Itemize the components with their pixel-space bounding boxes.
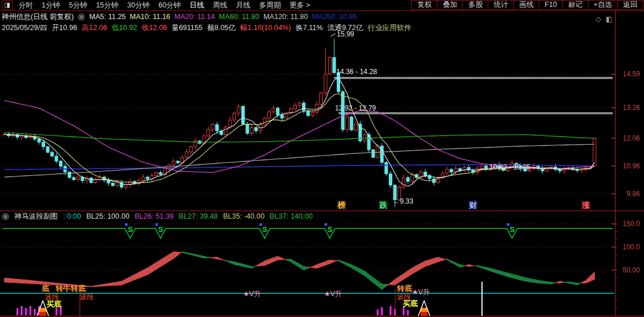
day-stat: 2025/05/29/四 [2, 24, 47, 32]
subchart-collapse-icon[interactable]: ∨ [2, 213, 9, 220]
indicator-value: BL26: 51.39 [135, 212, 174, 220]
ma-label: MA20: 11.14 [174, 13, 215, 21]
menu-item-1分钟[interactable]: 1分钟 [42, 1, 60, 10]
stock-info-row: 神州信息(日线 前复权)∨MA5: 11.25MA10: 11.16MA20: … [2, 12, 365, 21]
toolbar-button-标记[interactable]: 标记 [562, 0, 588, 10]
menu-item-分时[interactable]: 分时 [19, 1, 33, 10]
toolbar-button-返回[interactable]: 返回 [617, 0, 643, 10]
menu-item-5分钟[interactable]: 5分钟 [69, 1, 87, 10]
ma-label: MA250: 10.95 [312, 13, 357, 21]
collapse-chevron-icon[interactable]: ∨ [78, 13, 85, 21]
menu-item-月线[interactable]: 月线 [236, 1, 251, 10]
indicator-value: BL35: -40.00 [223, 212, 265, 220]
menu-item-30分钟[interactable]: 30分钟 [127, 1, 150, 10]
menu-item-更多 >[interactable]: 更多 > [289, 1, 310, 10]
menu-item-周线[interactable]: 周线 [213, 1, 227, 10]
indicator-value: : 0.00 [63, 212, 81, 220]
app-window: ◨ 分时1分钟5分钟15分钟30分钟60分钟日线周线月线多周期更多 > 复权叠加… [0, 0, 644, 317]
hot-ticker-财[interactable]: 财 [469, 201, 477, 209]
menu-item-日线[interactable]: 日线 [190, 1, 204, 10]
ma-label: MA60: 11.80 [219, 13, 259, 21]
day-stats-row: 2025/05/29/四开10.96高12.06低10.92收12.06量691… [2, 23, 416, 32]
day-stat: 幅1.10(10.04%) [240, 24, 291, 32]
chart-canvas[interactable] [0, 0, 644, 317]
subchart-header: ∨神马波段副图: 0.00BL25: 100.00BL26: 51.39BL27… [2, 212, 323, 220]
menu-item-15分钟[interactable]: 15分钟 [96, 1, 119, 10]
indicator-value: 神马波段副图 [14, 212, 58, 220]
day-stat: 量691155 [172, 24, 203, 32]
toolbar-button-叠加[interactable]: 叠加 [437, 0, 463, 10]
ma-label: MA5: 11.25 [89, 13, 126, 21]
hot-ticker-跌[interactable]: 跌 [379, 201, 388, 209]
layout-icon[interactable]: ◧ [606, 15, 612, 23]
hot-ticker-榜[interactable]: 榜 [337, 201, 346, 209]
toolbar-button-多股[interactable]: 多股 [462, 0, 488, 10]
chart-corner-icons: ◇◧ [591, 15, 612, 23]
ma-label: MA10: 11.16 [130, 13, 170, 21]
day-stat: 额8.05亿 [207, 24, 235, 32]
toolbar-button-统计[interactable]: 统计 [488, 0, 514, 10]
hot-ticker-涨[interactable]: 涨 [582, 201, 590, 209]
day-stat: 流通9.72亿 [327, 24, 363, 32]
period-menu: 分时1分钟5分钟15分钟30分钟60分钟日线周线月线多周期更多 > [19, 1, 319, 10]
indicator-value: BL37: 140.00 [270, 212, 312, 220]
top-menubar: ◨ 分时1分钟5分钟15分钟30分钟60分钟日线周线月线多周期更多 > 复权叠加… [0, 0, 644, 11]
menu-item-多周期[interactable]: 多周期 [259, 1, 281, 10]
menu-item-60分钟[interactable]: 60分钟 [159, 1, 181, 10]
day-stat: 收12.06 [142, 24, 167, 32]
indicator-value: BL25: 100.00 [86, 212, 129, 220]
toolbar-button-复权[interactable]: 复权 [411, 0, 437, 10]
day-stat: 低10.92 [112, 24, 137, 32]
day-stat: 行业应用软件 [368, 24, 411, 32]
toolbar-button-F10[interactable]: F10 [539, 0, 563, 10]
toolbar-button-+自选[interactable]: +自选 [588, 0, 618, 10]
diamond-icon[interactable]: ◇ [595, 15, 601, 23]
stock-title[interactable]: 神州信息(日线 前复权) [2, 13, 73, 21]
tool-menu: 复权叠加多股统计画线F10标记+自选返回 [412, 0, 643, 10]
indicator-value: BL27: 39.48 [179, 212, 218, 220]
day-stat: 换7.11% [296, 24, 323, 32]
ma-values: MA5: 11.25MA10: 11.16MA20: 11.14MA60: 11… [89, 13, 361, 21]
toolbar-button-画线[interactable]: 画线 [513, 0, 539, 10]
day-stat: 开10.96 [52, 24, 78, 32]
window-split-icon[interactable]: ◨ [2, 1, 13, 10]
ma-label: MA120: 11.80 [263, 13, 308, 21]
day-stat: 高12.06 [82, 24, 107, 32]
